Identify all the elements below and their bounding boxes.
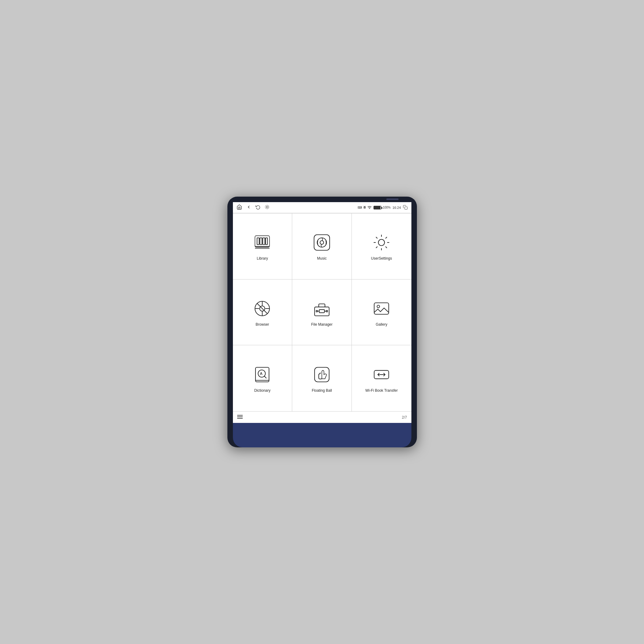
filemanager-label: File Manager: [311, 322, 333, 327]
svg-line-7: [265, 208, 266, 208]
app-grid: Library Music: [233, 213, 411, 411]
time-display: 16:24: [392, 206, 401, 209]
hamburger-icon[interactable]: [237, 415, 243, 420]
dictionary-label: Dictionary: [254, 388, 270, 393]
home-icon[interactable]: [237, 204, 242, 211]
app-cell-music[interactable]: Music: [292, 213, 352, 279]
svg-text:A: A: [260, 372, 263, 376]
svg-point-20: [320, 241, 324, 244]
gallery-label: Gallery: [376, 322, 387, 327]
library-icon: [252, 232, 273, 253]
app-cell-wifitransfer[interactable]: Wi-Fi Book Transfer: [352, 345, 411, 411]
svg-rect-35: [374, 303, 389, 314]
svg-rect-14: [260, 238, 262, 245]
brightness-icon[interactable]: [265, 204, 270, 211]
browser-label: Browser: [256, 322, 269, 327]
wifi-status-icon: [367, 206, 372, 209]
device-bottom: [233, 423, 411, 447]
wifitransfer-label: Wi-Fi Book Transfer: [365, 388, 398, 393]
svg-line-40: [264, 376, 267, 378]
status-right: ⌨ 100%: [358, 205, 407, 210]
svg-point-19: [317, 238, 327, 247]
svg-rect-34: [326, 310, 327, 312]
svg-line-8: [268, 205, 269, 205]
svg-line-3: [265, 205, 266, 205]
status-bar: ⌨ 100%: [233, 202, 411, 213]
battery-icon: [374, 206, 381, 209]
back-icon[interactable]: [246, 204, 251, 211]
top-port: [386, 198, 399, 200]
browser-icon: [252, 298, 273, 319]
status-icons: ⌨ 100%: [358, 205, 391, 210]
refresh-icon[interactable]: [256, 204, 260, 211]
svg-point-9: [370, 208, 370, 209]
svg-rect-16: [266, 238, 267, 245]
svg-rect-29: [315, 307, 329, 316]
app-cell-library[interactable]: Library: [233, 213, 293, 279]
app-cell-filemanager[interactable]: File Manager: [292, 279, 352, 346]
keyboard-status-icon: ⌨: [358, 206, 362, 209]
usersettings-label: UserSettings: [371, 256, 392, 260]
nav-icons: [237, 204, 270, 211]
app-cell-browser[interactable]: Browser: [233, 279, 293, 346]
floatingball-icon: [311, 364, 333, 385]
svg-rect-15: [263, 238, 265, 245]
app-cell-gallery[interactable]: Gallery: [352, 279, 411, 346]
wifitransfer-icon: [371, 364, 392, 385]
svg-point-21: [378, 239, 385, 245]
svg-rect-18: [314, 235, 329, 250]
svg-point-0: [266, 206, 268, 208]
app-cell-floatingball[interactable]: Floating Ball: [292, 345, 352, 411]
music-icon: [311, 232, 333, 253]
floatingball-label: Floating Ball: [312, 388, 332, 393]
svg-rect-33: [316, 310, 317, 312]
svg-line-4: [268, 208, 269, 208]
svg-point-36: [377, 305, 380, 308]
bottom-bar: 2/7: [233, 411, 411, 423]
usersettings-icon: [371, 232, 392, 253]
app-cell-usersettings[interactable]: UserSettings: [352, 213, 411, 279]
app-cell-dictionary[interactable]: A Dictionary: [233, 345, 293, 411]
page-copy-icon: [403, 205, 408, 210]
svg-rect-13: [257, 238, 259, 245]
battery-percent: 100%: [383, 206, 391, 209]
page-indicator: 2/7: [402, 415, 407, 420]
device: ⌨ 100%: [227, 197, 417, 447]
bluetooth-status-icon: [363, 205, 366, 210]
music-label: Music: [317, 256, 326, 260]
filemanager-icon: [311, 298, 333, 319]
screen: ⌨ 100%: [233, 202, 411, 423]
gallery-icon: [371, 298, 392, 319]
library-label: Library: [257, 256, 268, 260]
dictionary-icon: A: [252, 364, 273, 385]
svg-rect-30: [319, 309, 324, 312]
svg-rect-10: [405, 207, 407, 209]
